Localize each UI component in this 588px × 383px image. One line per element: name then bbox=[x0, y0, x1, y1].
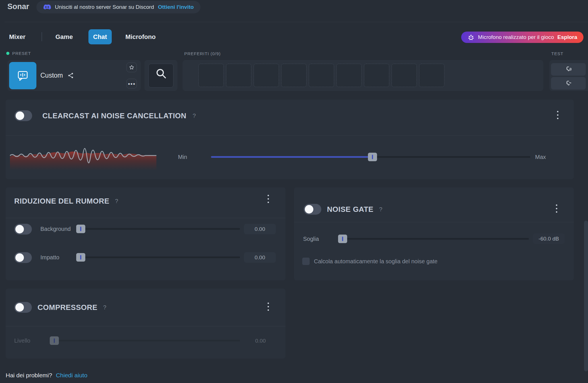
topbar-divider bbox=[4, 22, 588, 22]
favorite-slot[interactable] bbox=[364, 64, 389, 87]
background-toggle[interactable] bbox=[14, 224, 32, 235]
clearcast-menu-button[interactable] bbox=[553, 107, 562, 123]
preset-search-card bbox=[144, 60, 177, 91]
compressor-section: COMPRESSORE ? Livello 0.00 bbox=[6, 289, 285, 359]
clearcast-help-icon[interactable]: ? bbox=[193, 113, 196, 119]
noise-reduction-divider bbox=[6, 218, 285, 218]
livello-value: 0.00 bbox=[245, 336, 276, 346]
favorite-slot[interactable] bbox=[198, 64, 224, 87]
preset-card: Custom ●●● bbox=[7, 60, 141, 91]
preset-tile[interactable] bbox=[9, 62, 36, 89]
auto-threshold-checkbox[interactable] bbox=[302, 258, 310, 265]
noise-reduction-section: RIDUZIONE DEL RUMORE ? Background 0.00 I… bbox=[6, 187, 285, 280]
soglia-value: -60.0 dB bbox=[533, 233, 565, 244]
compressor-divider bbox=[6, 326, 285, 326]
footer-question: Hai dei problemi? bbox=[6, 372, 52, 379]
speaking-face-icon bbox=[565, 66, 572, 73]
preset-name: Custom bbox=[40, 72, 63, 79]
tab-microfono[interactable]: Microfono bbox=[125, 29, 156, 44]
scrollbar-thumb[interactable] bbox=[584, 221, 588, 371]
favorite-slot[interactable] bbox=[392, 64, 417, 87]
test-section-label: TEST bbox=[551, 51, 563, 56]
favorite-star-button[interactable] bbox=[127, 63, 137, 72]
background-slider-track[interactable] bbox=[77, 228, 240, 230]
soglia-slider-track[interactable] bbox=[340, 238, 529, 240]
favorite-slot[interactable] bbox=[309, 64, 334, 87]
compressor-help-icon[interactable]: ? bbox=[103, 304, 106, 311]
clearcast-section: CLEARCAST AI NOISE CANCELLATION ? Min bbox=[6, 100, 574, 179]
favorite-slot[interactable] bbox=[281, 64, 307, 87]
background-label: Background bbox=[40, 224, 71, 234]
toggle-knob bbox=[15, 225, 24, 233]
discord-banner-text: Unisciti al nostro server Sonar su Disco… bbox=[55, 4, 154, 10]
soglia-slider-handle[interactable] bbox=[338, 235, 347, 243]
livello-slider-track[interactable] bbox=[52, 340, 240, 341]
test-noise-button[interactable] bbox=[551, 77, 586, 90]
preset-more-button[interactable]: ●●● bbox=[127, 79, 137, 88]
star-icon bbox=[129, 65, 134, 70]
noise-gate-toggle[interactable] bbox=[304, 204, 321, 215]
tab-game[interactable]: Game bbox=[55, 29, 73, 44]
preset-search-button[interactable] bbox=[148, 64, 173, 88]
impatto-slider-track[interactable] bbox=[77, 256, 240, 258]
test-voice-button[interactable] bbox=[551, 63, 586, 76]
toggle-knob bbox=[15, 303, 24, 312]
favorites-card bbox=[183, 60, 543, 91]
compressor-menu-button[interactable] bbox=[264, 299, 273, 314]
noise-gate-help-icon[interactable]: ? bbox=[379, 206, 382, 213]
clearcast-toggle[interactable] bbox=[15, 110, 32, 121]
ask-help-link[interactable]: Chiedi aiuto bbox=[56, 372, 87, 379]
ellipsis-icon: ●●● bbox=[128, 82, 136, 86]
steelseries-logo-icon bbox=[467, 34, 475, 41]
clearcast-divider bbox=[6, 135, 574, 136]
waveform-graphic bbox=[10, 141, 156, 174]
favorites-section-label: PREFERITI (0/9) bbox=[184, 51, 221, 56]
soglia-label: Soglia bbox=[303, 234, 319, 244]
impatto-value: 0.00 bbox=[244, 252, 276, 263]
help-footer: Hai dei problemi? Chiedi aiuto bbox=[6, 372, 87, 379]
toggle-knob bbox=[305, 205, 313, 214]
tab-separator bbox=[42, 32, 42, 41]
clearcast-slider-fill bbox=[211, 156, 372, 158]
compressor-toggle[interactable] bbox=[14, 302, 32, 313]
tab-chat[interactable]: Chat bbox=[88, 29, 112, 44]
chat-preset-icon bbox=[16, 69, 30, 83]
favorite-slot[interactable] bbox=[254, 64, 279, 87]
toggle-knob bbox=[16, 111, 24, 120]
impatto-label: Impatto bbox=[40, 252, 59, 262]
noise-gate-menu-button[interactable] bbox=[552, 201, 561, 216]
clearcast-slider-handle[interactable] bbox=[368, 153, 377, 161]
promo-badge[interactable]: Microfono realizzato per il gioco Esplor… bbox=[461, 32, 583, 43]
clearcast-title: CLEARCAST AI NOISE CANCELLATION bbox=[42, 111, 187, 120]
discord-invite-link[interactable]: Ottieni l'invito bbox=[158, 4, 194, 10]
favorite-slot[interactable] bbox=[336, 64, 362, 87]
min-label: Min bbox=[178, 154, 187, 160]
livello-label: Livello bbox=[14, 336, 30, 346]
promo-badge-text: Microfono realizzato per il gioco bbox=[478, 34, 554, 40]
livello-slider-handle[interactable] bbox=[50, 336, 59, 345]
impatto-slider-handle[interactable] bbox=[76, 253, 85, 262]
discord-banner: Unisciti al nostro server Sonar su Disco… bbox=[36, 1, 200, 13]
max-label: Max bbox=[535, 154, 546, 160]
noise-reduction-title: RIDUZIONE DEL RUMORE bbox=[14, 197, 109, 206]
auto-threshold-label: Calcola automaticamente la soglia del no… bbox=[314, 258, 438, 265]
sonar-window: Sonar Unisciti al nostro server Sonar su… bbox=[0, 0, 588, 383]
preset-section-label: PRESET bbox=[12, 51, 31, 56]
noise-reduction-menu-button[interactable] bbox=[264, 191, 273, 206]
noise-gate-section: NOISE GATE ? Soglia -60.0 dB Calcola aut… bbox=[294, 187, 574, 280]
share-icon[interactable] bbox=[67, 72, 74, 79]
favorite-slot[interactable] bbox=[419, 64, 444, 87]
preset-active-indicator bbox=[6, 52, 9, 55]
noise-gate-divider bbox=[294, 222, 574, 222]
impatto-toggle[interactable] bbox=[14, 252, 32, 263]
noise-reduction-help-icon[interactable]: ? bbox=[115, 198, 118, 204]
background-value: 0.00 bbox=[244, 224, 276, 234]
noise-gate-title: NOISE GATE bbox=[327, 205, 373, 214]
favorites-strip bbox=[198, 64, 444, 87]
discord-icon bbox=[43, 4, 51, 10]
tab-mixer[interactable]: Mixer bbox=[9, 29, 25, 44]
promo-explore-button[interactable]: Esplora bbox=[557, 34, 577, 40]
compressor-title: COMPRESSORE bbox=[38, 303, 98, 312]
background-slider-handle[interactable] bbox=[76, 225, 85, 233]
favorite-slot[interactable] bbox=[226, 64, 251, 87]
